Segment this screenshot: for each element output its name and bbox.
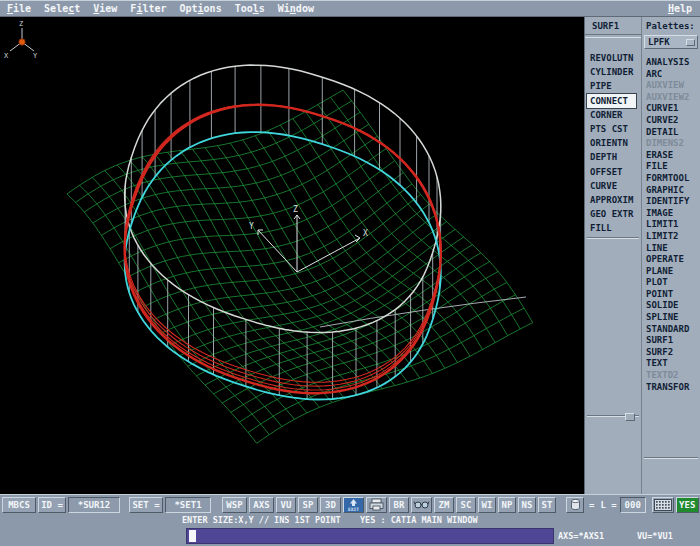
palette-item-list: ANALYSISARCAUXVIEWAUXVIEW2CURVE1CURVE2DE… — [642, 57, 700, 393]
palette-item-limit1[interactable]: LIMIT1 — [642, 219, 700, 231]
palette-item-plane[interactable]: PLANE — [642, 266, 700, 278]
menu-tools[interactable]: Tools — [235, 3, 265, 14]
viewport-3d[interactable]: ZYXZXY — [0, 17, 584, 494]
palette-item-curve2[interactable]: CURVE2 — [642, 115, 700, 127]
3d-scene: ZYXZXY — [0, 17, 584, 494]
palette-item-auxview: AUXVIEW — [642, 80, 700, 92]
menu-filter[interactable]: Filter — [130, 3, 166, 14]
shaded-view-button[interactable] — [411, 497, 432, 513]
palette-item-file[interactable]: FILE — [642, 161, 700, 173]
filter-equals-label: = — [589, 500, 594, 510]
wsp-button[interactable]: WSP — [222, 497, 247, 513]
palette-item-curve1[interactable]: CURVE1 — [642, 103, 700, 115]
palette-item-arc[interactable]: ARC — [642, 69, 700, 81]
palette-item-auxview2: AUXVIEW2 — [642, 92, 700, 104]
surf-item-revolutn[interactable]: REVOLUTN — [585, 51, 641, 65]
menu-select[interactable]: Select — [44, 3, 80, 14]
surf-item-corner[interactable]: CORNER — [585, 108, 641, 122]
palette-dropdown-value: LPFK — [648, 37, 670, 47]
cylinder-icon — [568, 498, 583, 511]
surf-item-fill[interactable]: FILL — [585, 221, 641, 235]
divider — [585, 34, 641, 38]
menu-view[interactable]: View — [93, 3, 117, 14]
svg-text:Y: Y — [33, 52, 38, 60]
surf-item-curve[interactable]: CURVE — [585, 179, 641, 193]
palette-item-spline[interactable]: SPLINE — [642, 312, 700, 324]
orientation-axis-icon: ZXY — [4, 20, 38, 60]
palette-dropdown[interactable]: LPFK — [644, 35, 698, 49]
palette-item-limit2[interactable]: LIMIT2 — [642, 231, 700, 243]
status-line: ENTER SIZE:X,Y // INS 1ST POINT YES : CA… — [0, 514, 700, 527]
vu-button[interactable]: VU — [276, 497, 296, 513]
id-label-button[interactable]: ID = — [38, 497, 66, 513]
svg-text:Z: Z — [293, 205, 298, 214]
wi-button[interactable]: WI — [478, 497, 496, 513]
keyboard-button[interactable] — [652, 497, 674, 513]
menu-help[interactable]: Help — [668, 3, 692, 14]
palette-item-solide[interactable]: SOLIDE — [642, 300, 700, 312]
surf-item-approxim[interactable]: APPROXIM — [585, 193, 641, 207]
current-axis-label: AXS=*AXS1 — [558, 531, 604, 541]
palette-item-plot[interactable]: PLOT — [642, 277, 700, 289]
palette-item-line[interactable]: LINE — [642, 243, 700, 255]
palette-item-identify[interactable]: IDENTIFY — [642, 196, 700, 208]
surf-item-cylinder[interactable]: CYLINDER — [585, 65, 641, 79]
surf-item-pts-cst[interactable]: PTS CST — [585, 122, 641, 136]
palette-item-graphic[interactable]: GRAPHIC — [642, 185, 700, 197]
sc-button[interactable]: SC — [456, 497, 476, 513]
dropdown-indicator-icon — [686, 39, 695, 46]
palettes-header: Palettes: — [642, 17, 700, 31]
ns-button[interactable]: NS — [518, 497, 536, 513]
exit-button[interactable]: EXIT — [343, 497, 364, 513]
surf-item-geo-extr[interactable]: GEO EXTR — [585, 207, 641, 221]
bottom-toolbar: MBCSID =*SUR12SET =*SET1WSPAXSVUSP3DEXIT… — [0, 494, 700, 514]
surf-item-offset[interactable]: OFFSET — [585, 165, 641, 179]
surf-item-connect[interactable]: CONNECT — [587, 94, 636, 108]
menu-options[interactable]: Options — [180, 3, 222, 14]
mbcs-button[interactable]: MBCS — [2, 497, 36, 513]
palette-item-text[interactable]: TEXT — [642, 358, 700, 370]
3d-button[interactable]: 3D — [320, 497, 341, 513]
palette-item-surf1[interactable]: SURF1 — [642, 335, 700, 347]
palette-item-formtool[interactable]: FORMTOOL — [642, 173, 700, 185]
panel-resize-grip[interactable] — [625, 413, 635, 421]
st-button[interactable]: ST — [538, 497, 556, 513]
set-label-button[interactable]: SET = — [129, 497, 163, 513]
status-prompt: ENTER SIZE:X,Y // INS 1ST POINT — [182, 515, 341, 525]
surf1-panel: SURF1 REVOLUTNCYLINDERPIPECONNECTCORNERP… — [584, 17, 641, 494]
palette-item-surf2[interactable]: SURF2 — [642, 347, 700, 359]
glasses-icon — [413, 498, 430, 511]
surf-item-orientn[interactable]: ORIENTN — [585, 136, 641, 150]
svg-text:Z: Z — [19, 20, 23, 28]
palette-item-operate[interactable]: OPERATE — [642, 254, 700, 266]
np-button[interactable]: NP — [498, 497, 516, 513]
svg-text:X: X — [4, 52, 9, 60]
menu-window[interactable]: Window — [278, 3, 314, 14]
yes-button[interactable]: YES — [676, 497, 699, 513]
command-input[interactable] — [186, 528, 554, 544]
palette-item-standard[interactable]: STANDARD — [642, 324, 700, 336]
menu-file[interactable]: File — [7, 3, 31, 14]
surf-item-depth[interactable]: DEPTH — [585, 150, 641, 164]
printer-button[interactable] — [366, 497, 387, 513]
layer-field[interactable]: 000 — [620, 497, 646, 513]
zm-button[interactable]: ZM — [434, 497, 454, 513]
surf-item-pipe[interactable]: PIPE — [585, 79, 641, 93]
axs-button[interactable]: AXS — [249, 497, 274, 513]
palette-item-image[interactable]: IMAGE — [642, 208, 700, 220]
divider — [587, 237, 639, 239]
filter-button[interactable] — [566, 497, 584, 513]
sp-button[interactable]: SP — [298, 497, 318, 513]
palette-item-analysis[interactable]: ANALYSIS — [642, 57, 700, 69]
palette-item-erase[interactable]: ERASE — [642, 150, 700, 162]
surf1-panel-title: SURF1 — [585, 17, 641, 31]
palette-item-textd2: TEXTD2 — [642, 370, 700, 382]
palette-item-detail[interactable]: DETAIL — [642, 127, 700, 139]
surf1-item-list: REVOLUTNCYLINDERPIPECONNECTCORNERPTS CST… — [585, 51, 641, 235]
id-field[interactable]: *SUR12 — [68, 497, 120, 513]
palette-item-transfor[interactable]: TRANSFOR — [642, 382, 700, 394]
br-button[interactable]: BR — [389, 497, 409, 513]
palette-item-point[interactable]: POINT — [642, 289, 700, 301]
set-field[interactable]: *SET1 — [165, 497, 211, 513]
current-view-label: VU=*VU1 — [637, 531, 673, 541]
